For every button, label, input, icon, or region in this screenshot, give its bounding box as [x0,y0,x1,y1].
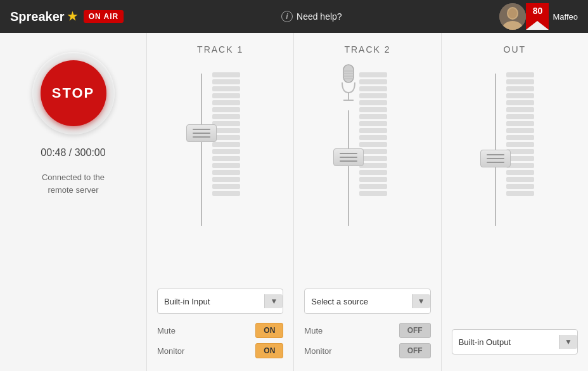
vu-bar [506,72,534,77]
track-2-controls: Select a source ▼ Mute OFF Monitor OFF [294,281,440,371]
brand-logo: Spreaker ★ [10,10,77,24]
brand-star: ★ [67,10,77,23]
fader-lines [340,153,357,162]
track-1: TRACK 1 [147,33,294,371]
vu-bar [212,107,240,112]
stop-button-outer[interactable]: STOP [32,52,115,134]
vu-bar [212,79,240,84]
timer-display: 00:48 / 300:00 [41,147,105,159]
track-1-title: TRACK 1 [197,33,243,62]
vu-bar [359,100,387,105]
track-1-monitor-toggle[interactable]: ON [255,343,283,358]
track-2-mute-label: Mute [304,326,323,335]
vu-bar [506,135,534,140]
track-1-monitor-row: Monitor ON [157,343,283,358]
track-1-vu-area [147,62,293,281]
vu-bar [212,170,240,175]
track-2-mute-toggle[interactable]: OFF [399,323,431,338]
on-air-badge: ON AIR [84,10,124,23]
vu-bar [212,100,240,105]
tracks-panel: TRACK 1 [147,33,588,371]
track-1-source-select[interactable]: Built-in Input ▼ [157,289,283,314]
left-panel: STOP 00:48 / 300:00 Connected to the rem… [0,33,147,371]
vu-bar [359,135,387,140]
track-2-monitor-row: Monitor OFF [304,343,430,358]
track-3: OUT [442,33,588,371]
vu-bar [212,149,240,154]
fader-lines [487,154,504,163]
header-center: i Need help? [281,11,342,22]
track-3-vu-meter [506,67,534,196]
track-3-source-select[interactable]: Built-in Output ▼ [452,329,578,355]
vu-bar [506,128,534,133]
fader-line-2 [340,157,357,158]
vu-bar [359,184,387,189]
track-3-fader[interactable] [495,67,496,232]
track-2-monitor-toggle[interactable]: OFF [399,343,431,358]
vu-bar [212,142,240,147]
track-1-controls: Built-in Input ▼ Mute ON Monitor ON [147,281,293,371]
track-1-source-arrow[interactable]: ▼ [264,294,283,308]
vu-bar [359,170,387,175]
avatar-image [499,3,526,30]
vu-bar [359,72,387,77]
svg-point-3 [508,8,517,18]
track-3-source-label: Built-in Output [459,337,559,347]
vu-bar [359,142,387,147]
vu-bar [506,100,534,105]
avatar[interactable] [499,3,526,30]
vu-bar [359,114,387,119]
help-text[interactable]: Need help? [297,11,342,22]
vu-bar [212,163,240,168]
track-2-source-label: Select a source [311,297,411,306]
vu-bar [359,86,387,91]
track-2-source-select[interactable]: Select a source ▼ [304,289,430,314]
track-1-mute-row: Mute ON [157,323,283,338]
vu-bar [212,93,240,98]
track-1-monitor-label: Monitor [157,346,184,356]
track-2-source-arrow[interactable]: ▼ [412,294,430,308]
notification-badge[interactable]: 80 [526,3,549,30]
fader-line-1 [487,154,504,155]
track-1-mute-toggle[interactable]: ON [255,323,283,338]
help-info-icon[interactable]: i [281,11,293,22]
track-1-fader-handle[interactable] [186,124,217,142]
vu-bar [359,177,387,182]
vu-bar [212,184,240,189]
vu-bar [506,184,534,189]
brand-name: Spreaker [10,10,65,24]
track-3-source-arrow[interactable]: ▼ [559,335,577,349]
notification-count: 80 [533,6,543,16]
username: Maffeo [553,12,578,22]
track-1-mute-label: Mute [157,326,176,335]
track-2-vu-area [294,62,440,281]
fader-line-3 [340,160,357,162]
fader-line-1 [340,153,357,154]
connection-status: Connected to the remote server [42,171,105,196]
mic-icon [337,62,360,105]
fader-line-2 [487,158,504,159]
track-3-fader-track [495,74,496,226]
track-2-mute-row: Mute OFF [304,323,430,338]
vu-bar [359,107,387,112]
fader-lines [193,129,210,138]
vu-bar [506,191,534,196]
track-2-monitor-label: Monitor [304,346,331,356]
track-1-fader[interactable] [201,67,202,232]
vu-bar [212,72,240,77]
track-2-fader[interactable] [348,67,349,232]
vu-bar [212,156,240,161]
connection-text: Connected to the remote server [42,172,105,195]
vu-bar [506,86,534,91]
vu-bar [212,177,240,182]
track-3-controls: Built-in Output ▼ [442,322,588,371]
header: Spreaker ★ ON AIR i Need help? 80 Maffeo [0,0,588,33]
track-3-fader-handle[interactable] [480,150,511,167]
vu-bar [506,114,534,119]
track-2-vu-meter [359,67,387,196]
track-2-title: TRACK 2 [344,33,390,62]
fader-line-3 [487,162,504,163]
stop-button[interactable]: STOP [41,60,106,126]
track-2-fader-handle[interactable] [333,148,364,166]
fader-line-1 [193,129,210,130]
